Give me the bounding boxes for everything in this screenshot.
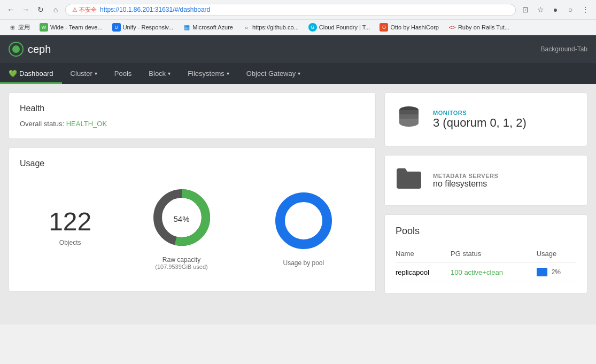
- bookmark-cloudfoundry[interactable]: G Cloud Foundry | T...: [304, 22, 375, 33]
- bookmark-github-label: https://github.co...: [252, 24, 299, 30]
- azure-icon: ▦: [183, 24, 190, 31]
- bookmark-wide-label: Wide - Team deve...: [50, 24, 103, 30]
- pool-usage: 2%: [537, 262, 576, 282]
- usage-pct: 2%: [552, 268, 561, 276]
- monitors-value: 3 (quorum 0, 1, 2): [433, 116, 527, 130]
- dashboard-icon: 💚: [9, 69, 17, 78]
- unify-icon: U: [112, 23, 121, 32]
- extension-button[interactable]: ○: [564, 3, 577, 16]
- monitors-card: MONITORS 3 (quorum 0, 1, 2): [384, 92, 587, 146]
- otto-icon: O: [380, 23, 388, 32]
- object-gateway-dropdown-icon: ▾: [298, 71, 300, 76]
- browser-toolbar: ← → ↻ ⌂ ⚠ 不安全 https://10.1.86.201:31631/…: [0, 0, 596, 19]
- github-icon: ○: [243, 24, 250, 31]
- app-logo: ceph: [9, 42, 51, 57]
- bookmark-apps-label: 应用: [18, 24, 30, 32]
- apps-icon: ⊞: [9, 24, 16, 31]
- raw-capacity-label: Raw capacity: [150, 256, 214, 264]
- home-button[interactable]: ⌂: [49, 3, 62, 16]
- folder-icon: [396, 166, 422, 190]
- block-dropdown-icon: ▾: [168, 71, 171, 76]
- bookmark-unify[interactable]: U Unify - Responsiv...: [108, 22, 178, 33]
- nav-buttons: ← → ↻ ⌂: [4, 3, 62, 16]
- app-header: ceph Background-Tab: [0, 35, 596, 63]
- wide-icon: W: [40, 23, 48, 32]
- health-status: Overall status: HEALTH_OK: [20, 120, 365, 128]
- health-title: Health: [20, 104, 365, 113]
- bookmark-github[interactable]: ○ https://github.co...: [238, 22, 303, 32]
- nav-object-gateway[interactable]: Object Gateway ▾: [238, 63, 309, 84]
- pool-usage-svg: [272, 189, 336, 253]
- forward-button[interactable]: →: [19, 3, 32, 16]
- logo-inner-icon: [12, 45, 20, 53]
- bookmark-otto[interactable]: O Otto by HashiCorp: [375, 22, 443, 33]
- cluster-dropdown-icon: ▾: [95, 71, 97, 76]
- bookmark-cloudfoundry-label: Cloud Foundry | T...: [319, 24, 370, 30]
- security-warning: ⚠ 不安全: [72, 6, 97, 14]
- nav-cluster[interactable]: Cluster ▾: [62, 63, 106, 84]
- pool-row: replicapool 100 active+clean 2%: [396, 262, 576, 282]
- bookmark-rails-label: Ruby on Rails Tut...: [458, 24, 509, 30]
- nav-pools[interactable]: Pools: [106, 63, 141, 84]
- objects-label: Objects: [49, 239, 91, 246]
- back-button[interactable]: ←: [4, 3, 17, 16]
- svg-point-3: [289, 206, 319, 236]
- usage-bar: [537, 268, 547, 276]
- bookmark-otto-label: Otto by HashiCorp: [390, 24, 438, 30]
- pool-usage-label: Usage by pool: [272, 259, 336, 267]
- metadata-value: no filesystems: [433, 179, 498, 189]
- usage-bar-container: 2%: [537, 268, 576, 276]
- monitors-icon: [396, 104, 422, 135]
- svg-point-10: [399, 119, 419, 127]
- pool-usage-donut: Usage by pool: [272, 189, 336, 267]
- pools-title: Pools: [396, 226, 576, 237]
- health-status-value: HEALTH_OK: [66, 120, 107, 128]
- pools-table: Name PG status Usage replicapool 100 act…: [396, 245, 576, 282]
- url-text: https://10.1.86.201:31631/#/dashboard: [100, 6, 210, 13]
- profile-button[interactable]: ●: [549, 3, 562, 16]
- pool-name: replicapool: [396, 262, 451, 282]
- raw-capacity-donut: 54% Raw capacity (107.9539GiB used): [150, 185, 214, 270]
- metadata-icon: [396, 166, 422, 195]
- background-tab-label: Background-Tab: [541, 45, 587, 53]
- health-status-label: Overall status:: [20, 120, 64, 128]
- raw-capacity-sublabel: (107.9539GiB used): [150, 264, 214, 270]
- usage-content: 122 Objects 54% Raw capacity: [20, 175, 365, 281]
- pools-col-name: Name: [396, 245, 451, 262]
- bookmarks-bar: ⊞ 应用 W Wide - Team deve... U Unify - Res…: [0, 19, 596, 35]
- usage-card: Usage 122 Objects: [9, 148, 376, 292]
- objects-number: 122: [49, 209, 91, 235]
- nav-block[interactable]: Block ▾: [140, 63, 179, 84]
- metadata-label: METADATA SERVERS: [433, 173, 498, 179]
- logo-circle-icon: [9, 42, 24, 57]
- menu-button[interactable]: ⋮: [579, 3, 592, 16]
- monitors-label: MONITORS: [433, 110, 527, 116]
- bookmark-unify-label: Unify - Responsiv...: [123, 24, 174, 30]
- refresh-button[interactable]: ↻: [34, 3, 47, 16]
- bookmark-wide[interactable]: W Wide - Team deve...: [35, 22, 107, 33]
- bookmark-azure[interactable]: ▦ Microsoft Azure: [179, 22, 237, 32]
- rails-icon: <>: [448, 24, 456, 31]
- pool-pg-status: 100 active+clean: [451, 262, 537, 282]
- filesystems-dropdown-icon: ▾: [227, 71, 229, 76]
- pools-card: Pools Name PG status Usage replicapool 1…: [384, 214, 587, 293]
- bookmark-rails[interactable]: <> Ruby on Rails Tut...: [444, 22, 514, 32]
- cloudfoundry-icon: G: [308, 23, 317, 32]
- nav-dashboard[interactable]: 💚 Dashboard: [0, 63, 62, 84]
- pools-col-pgstatus: PG status: [451, 245, 537, 262]
- pools-col-usage: Usage: [537, 245, 576, 262]
- metadata-info: METADATA SERVERS no filesystems: [433, 173, 498, 189]
- app-nav: 💚 Dashboard Cluster ▾ Pools Block ▾ File…: [0, 63, 596, 84]
- objects-count-section: 122 Objects: [49, 209, 91, 246]
- bookmark-button[interactable]: ☆: [534, 3, 547, 16]
- browser-chrome: ← → ↻ ⌂ ⚠ 不安全 https://10.1.86.201:31631/…: [0, 0, 596, 35]
- bookmark-azure-label: Microsoft Azure: [192, 24, 233, 30]
- health-card: Health Overall status: HEALTH_OK: [9, 92, 376, 139]
- nav-filesystems[interactable]: Filesystems ▾: [179, 63, 238, 84]
- translate-button[interactable]: ⊡: [519, 3, 532, 16]
- address-bar[interactable]: ⚠ 不安全 https://10.1.86.201:31631/#/dashbo…: [65, 4, 516, 16]
- app-name: ceph: [28, 43, 51, 56]
- bookmark-apps[interactable]: ⊞ 应用: [4, 22, 34, 33]
- database-icon: [396, 104, 422, 130]
- metadata-servers-card: METADATA SERVERS no filesystems: [384, 155, 587, 206]
